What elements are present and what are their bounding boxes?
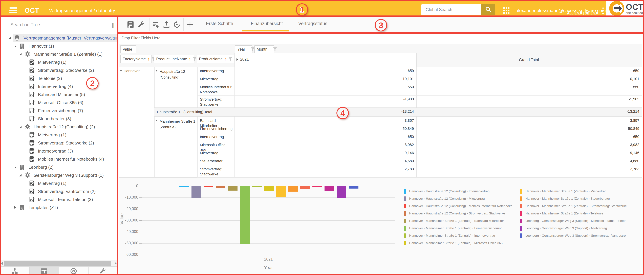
chart-bar[interactable] — [264, 186, 274, 191]
tree-expanded-icon[interactable] — [14, 166, 16, 168]
tree-item-hauptstra-e-12-consulting-2[interactable]: Hauptstraße 12 (Consulting) (2) — [0, 123, 118, 131]
tree-item-microsoft-office-365-6[interactable]: Microsoft Office 365 (6) — [0, 99, 118, 107]
sidebar-tab-tools[interactable] — [88, 267, 118, 275]
chart-bar[interactable] — [204, 186, 213, 187]
settings-wrench-icon[interactable] — [137, 20, 146, 29]
tree-item-mietvertrag-1[interactable]: Mietvertrag (1) — [0, 131, 118, 139]
column-field-chip-month[interactable]: Month↑ — [254, 45, 274, 53]
tree-item-stromvertrag-stadtwerke-2[interactable]: Stromvertrag: Stadtwerke (2) — [0, 66, 118, 74]
field-list-icon[interactable] — [152, 20, 160, 29]
product-name-cell[interactable]: Steuerberater — [200, 159, 232, 164]
tree-expanded-icon[interactable] — [19, 174, 22, 176]
grand-total-cell[interactable]: -3,982 — [416, 141, 639, 149]
tree-item-internetvertrag-4[interactable]: Internetvertrag (4) — [0, 82, 118, 91]
filter-funnel-icon[interactable] — [192, 57, 197, 61]
app-grid-icon[interactable] — [503, 8, 510, 14]
row-field-chip-factoryname[interactable]: FactoryName↑ — [120, 55, 152, 63]
sort-ascending-icon[interactable]: ↑ — [224, 57, 226, 61]
tree-item-firmenversicherung-7[interactable]: Firmenversicherung (7) — [0, 107, 118, 115]
factory-cell[interactable]: Hannover — [118, 67, 154, 177]
tree-item-mannheimer-stra-e-1-zentrale-1[interactable]: Mannheimer Straße 1 (Zentrale) (1) — [0, 50, 118, 58]
chart-bar[interactable] — [252, 186, 262, 187]
legend-swatch[interactable] — [520, 196, 522, 201]
legend-swatch[interactable] — [404, 211, 406, 216]
tree-item-microsoft-teams-telefon-3[interactable]: Microsoft-Teams: Telefon (3) — [0, 195, 118, 203]
column-field-chip-year[interactable]: Year↑ — [235, 45, 252, 53]
grand-total-cell[interactable]: -50,849 — [416, 125, 639, 133]
scroll-left-icon[interactable] — [1, 262, 3, 265]
chart-bar[interactable] — [240, 186, 250, 244]
product-name-cell[interactable]: Mietvertrag — [200, 151, 232, 156]
tree-item-mobiles-internet-f-r-notebooks-4[interactable]: Mobiles Internet für Notebooks (4) — [0, 155, 118, 163]
sidebar-tab-layout[interactable] — [30, 267, 59, 275]
collapse-row-icon[interactable] — [156, 120, 158, 121]
legend-swatch[interactable] — [404, 204, 406, 208]
tree-item-mietvertrag-1[interactable]: Mietvertrag (1) — [0, 179, 118, 187]
tree-search-input[interactable] — [2, 20, 106, 30]
filter-funnel-icon[interactable] — [228, 57, 232, 61]
legend-swatch[interactable] — [520, 189, 522, 194]
expand-column-icon[interactable] — [236, 58, 238, 61]
tree-item-bahncard-mitarbeiter-5[interactable]: Bahncard Mitarbeiter (5) — [0, 91, 118, 99]
product-name-cell[interactable]: Mietvertrag — [200, 77, 232, 82]
value-2021-cell[interactable]: -550 — [234, 83, 414, 91]
sort-ascending-icon[interactable]: ↑ — [269, 47, 271, 52]
value-2021-cell[interactable]: -4,680 — [234, 157, 414, 165]
legend-swatch[interactable] — [404, 196, 406, 201]
tree-item-stromvertrag-vantrostrom-2[interactable]: Stromvertrag: Vantrostrom (2) — [0, 187, 118, 195]
history-icon[interactable] — [173, 20, 181, 29]
product-line-cell[interactable]: Hauptstraße 12(Consulting) — [154, 67, 197, 108]
chart-bar[interactable] — [349, 186, 358, 189]
tab-finanzuebersicht[interactable]: Finanzübersicht — [251, 21, 283, 26]
tree-collapsed-icon[interactable] — [14, 206, 16, 209]
panel-collapse-handle[interactable]: || — [112, 22, 114, 28]
tree-expanded-icon[interactable] — [19, 53, 22, 55]
sort-ascending-icon[interactable]: ↑ — [247, 47, 249, 52]
product-name-cell[interactable]: Internetvertrag — [200, 69, 232, 74]
chart-bar[interactable] — [228, 186, 238, 191]
chart-bar[interactable] — [216, 186, 226, 188]
tree-horizontal-scrollbar[interactable] — [0, 260, 118, 266]
value-2021-cell[interactable]: -1,903 — [234, 95, 414, 103]
product-name-cell[interactable]: Stromvertrag: Stadtwerke — [200, 97, 232, 107]
tree-item-internetvertrag-3[interactable]: Internetvertrag (3) — [0, 147, 118, 155]
grand-total-cell[interactable]: -10,101 — [416, 75, 639, 83]
chart-bar[interactable] — [276, 186, 286, 197]
report-panel-icon[interactable] — [126, 20, 135, 29]
grand-total-cell[interactable]: -659 — [416, 67, 639, 75]
sidebar-tab-visibility[interactable] — [59, 267, 88, 275]
grand-total-cell[interactable]: -550 — [416, 83, 639, 91]
grand-total-cell[interactable]: -2,783 — [416, 165, 639, 173]
tree-expanded-icon[interactable] — [14, 45, 16, 47]
value-2021-cell[interactable]: -659 — [234, 67, 414, 75]
value-2021-cell[interactable]: -10,101 — [234, 75, 414, 83]
chart-bar[interactable] — [192, 186, 201, 198]
filter-drop-zone[interactable]: Drop Filter Fields Here — [118, 33, 643, 44]
tree-expanded-icon[interactable] — [19, 126, 22, 128]
legend-swatch[interactable] — [404, 233, 406, 238]
data-field-chip-value[interactable]: Value — [120, 45, 136, 53]
global-search-button[interactable] — [482, 4, 495, 15]
chart-bar[interactable] — [180, 186, 189, 187]
product-name-cell[interactable]: Mobiles Internet für Notebooks — [200, 85, 232, 95]
value-2021-cell[interactable]: -650 — [234, 133, 414, 141]
add-icon[interactable] — [186, 20, 194, 29]
chart-bar[interactable] — [336, 186, 346, 198]
legend-swatch[interactable] — [404, 226, 406, 231]
value-2021-cell[interactable]: -2,783 — [234, 165, 414, 173]
filter-funnel-icon[interactable] — [273, 47, 277, 52]
tree-expanded-icon[interactable] — [8, 37, 10, 39]
row-field-chip-productlinename[interactable]: ProductLineName↑ — [154, 55, 194, 63]
legend-swatch[interactable] — [520, 211, 522, 216]
tree-item-hannover-1[interactable]: Hannover (1) — [0, 42, 118, 50]
tree-item-gerstensburger-weg-3-support-1[interactable]: Gerstensburger Weg 3 (Support) (1) — [0, 171, 118, 179]
product-name-cell[interactable]: Stromvertrag: Stadtwerke — [200, 167, 232, 177]
chart-bar[interactable] — [312, 186, 322, 187]
legend-swatch[interactable] — [404, 241, 406, 245]
tab-vertragsstatus[interactable]: Vertragsstatus — [298, 21, 328, 26]
scrollbar-thumb[interactable] — [4, 261, 111, 266]
row-field-chip-productname[interactable]: ProductName↑ — [197, 55, 234, 63]
product-line-cell[interactable]: Mannheimer Straße 1(Zentrale) — [154, 117, 197, 177]
legend-swatch[interactable] — [404, 189, 406, 194]
sort-ascending-icon[interactable]: ↑ — [148, 57, 150, 61]
